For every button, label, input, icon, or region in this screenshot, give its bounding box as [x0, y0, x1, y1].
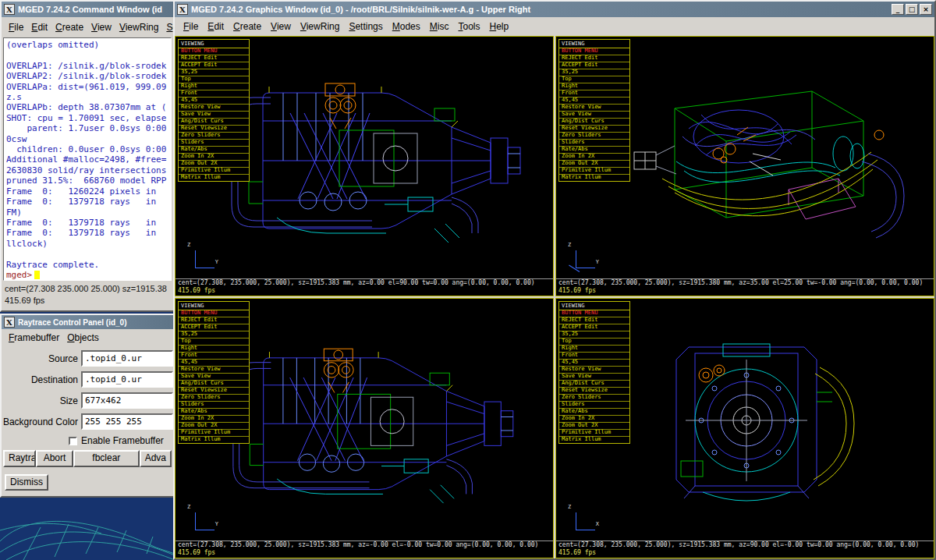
terminal-line: pruned 31.5%: 668760 model RPP	[6, 175, 168, 186]
window-controls: _ □ ×	[892, 4, 932, 15]
menubar-item[interactable]: Tools	[454, 20, 484, 33]
command-window-title: MGED 7.24.2 Command Window (id	[18, 5, 171, 14]
raytrace-panel-body: Source.topid_0.urDestination.topid_0.urS…	[2, 346, 173, 491]
menubar-item[interactable]: Se	[162, 21, 173, 34]
x11-icon: X	[4, 317, 15, 328]
terminal-line: Frame 0: 1260224 pixels in	[6, 186, 168, 197]
field-input[interactable]: .topid_0.ur	[81, 350, 173, 367]
viewport-canvas[interactable]: VIEWING BUTTON MENU REJECT EditACCEPT Ed…	[176, 299, 553, 541]
field-row: Size677x462	[2, 390, 173, 411]
menubar-item[interactable]: View	[87, 21, 115, 34]
command-window: X MGED 7.24.2 Command Window (id FileEdi…	[0, 0, 175, 312]
viewport-lower-left: VIEWING BUTTON MENU REJECT EditACCEPT Ed…	[175, 298, 554, 558]
viewing-menu-item[interactable]: Matrix Illum	[179, 437, 249, 443]
graphics-window: X MGED 7.24.2 Graphics Window (id_0) - /…	[173, 0, 936, 560]
menubar-item[interactable]: ViewRing	[296, 20, 343, 33]
raytrace-control-panel: X Raytrace Control Panel (id_0) Framebuf…	[0, 314, 175, 498]
desktop: X MGED 7.24.2 Command Window (id FileEdi…	[0, 0, 936, 560]
viewing-menu-list: REJECT EditACCEPT Edit35,25TopRightFront…	[559, 317, 629, 443]
status-center-size: cent=(27.308 235.000 25.000) sz=1915.38	[5, 283, 170, 295]
viewport-fps: 415.69 fps	[176, 287, 553, 296]
raytrace-panel-titlebar[interactable]: X Raytrace Control Panel (id_0)	[2, 315, 173, 329]
raytrace-action-button[interactable]: Raytrace	[3, 450, 36, 467]
command-window-titlebar[interactable]: X MGED 7.24.2 Command Window (id	[2, 2, 173, 17]
viewport-fps: 415.69 fps	[556, 287, 934, 296]
minimize-button[interactable]: _	[892, 4, 904, 15]
enable-framebuffer-label: Enable Framebuffer	[81, 435, 164, 446]
viewport-canvas[interactable]: VIEWING BUTTON MENU REJECT EditACCEPT Ed…	[176, 37, 553, 278]
menubar-item[interactable]: File	[179, 20, 202, 33]
raytrace-action-button[interactable]: fbclear	[73, 450, 140, 467]
field-input[interactable]: .topid_0.ur	[81, 371, 173, 388]
viewing-menu-list: REJECT EditACCEPT Edit35,25TopRightFront…	[179, 317, 249, 443]
menubar-item[interactable]: ViewRing	[115, 21, 162, 34]
terminal-line: Additional #malloc=2498, #free=	[6, 154, 168, 165]
viewport-fps: 415.69 fps	[176, 549, 553, 558]
terminal-line: OVERLAP2: /silnik.g/blok-srodek	[6, 71, 168, 81]
menubar-item[interactable]: Modes	[388, 20, 424, 33]
viewport-grid: VIEWING BUTTON MENU REJECT EditACCEPT Ed…	[175, 36, 934, 558]
viewport-status: cent=(27.308, 235.000, 25.000), sz=1915.…	[176, 541, 553, 549]
viewing-menu: VIEWING BUTTON MENU REJECT EditACCEPT Ed…	[558, 39, 630, 182]
viewport-canvas[interactable]: VIEWING BUTTON MENU REJECT EditACCEPT Ed…	[556, 299, 934, 541]
terminal-line: OVERLAPb: depth 38.07307mm at (	[6, 102, 168, 112]
graphics-window-menubar: FileEditCreateViewViewRingSettingsModesM…	[175, 17, 934, 36]
x11-icon: X	[4, 4, 15, 15]
viewing-menu-list: REJECT EditACCEPT Edit35,25TopRightFront…	[559, 55, 629, 181]
menubar-item[interactable]: Framebuffer	[5, 331, 63, 344]
field-row: Source.topid_0.ur	[2, 348, 173, 369]
menubar-item[interactable]: Edit	[204, 20, 228, 33]
viewing-menu-item[interactable]: Matrix Illum	[179, 175, 249, 181]
graphics-window-title: MGED 7.24.2 Graphics Window (id_0) - /ro…	[191, 5, 888, 14]
menubar-item[interactable]: Help	[485, 20, 512, 33]
graphics-window-titlebar[interactable]: X MGED 7.24.2 Graphics Window (id_0) - /…	[175, 2, 934, 17]
field-row: Background Color255 255 255	[2, 411, 173, 432]
terminal-line: Frame 0: 1379718 rays in	[6, 218, 168, 228]
enable-framebuffer-row: Enable Framebuffer	[2, 432, 173, 449]
raytrace-action-button[interactable]: Adva	[140, 450, 172, 467]
field-label: Source	[2, 353, 81, 364]
menubar-item[interactable]: File	[5, 21, 27, 34]
field-row: Destination.topid_0.ur	[2, 369, 173, 390]
field-label: Size	[2, 395, 81, 406]
terminal-prompt-line: mged>	[6, 270, 168, 280]
terminal-line: llclock)	[6, 239, 168, 249]
terminal-line: FM)	[6, 207, 168, 218]
status-fps: 415.69 fps	[5, 295, 170, 307]
menubar-item[interactable]: Objects	[63, 331, 103, 344]
menubar-item[interactable]: Edit	[27, 21, 51, 34]
terminal-output[interactable]: (overlaps omitted)OVERLAP1: /silnik.g/bl…	[3, 37, 172, 281]
viewport-fps: 415.69 fps	[556, 549, 934, 558]
menubar-item[interactable]: Settings	[345, 20, 386, 33]
field-input[interactable]: 677x462	[81, 392, 173, 409]
menubar-item[interactable]: Misc	[426, 20, 453, 33]
terminal-line	[6, 249, 168, 259]
terminal-line: children: 0.0user 0.0sys 0:00	[6, 144, 168, 154]
menubar-item[interactable]: View	[267, 20, 295, 33]
viewing-menu-item[interactable]: Matrix Illum	[559, 437, 629, 443]
viewport-status: cent=(27.308, 235.000, 25.000), sz=1915.…	[556, 278, 934, 287]
menubar-item[interactable]: Create	[51, 21, 87, 34]
dismiss-button[interactable]: Dismiss	[5, 474, 48, 491]
viewport-canvas[interactable]: VIEWING BUTTON MENU REJECT EditACCEPT Ed…	[556, 37, 934, 278]
mged-prompt: mged>	[6, 270, 32, 280]
command-window-statusbar: cent=(27.308 235.000 25.000) sz=1915.38 …	[2, 281, 173, 307]
viewport-lower-right: VIEWING BUTTON MENU REJECT EditACCEPT Ed…	[555, 298, 934, 558]
viewport-upper-right: VIEWING BUTTON MENU REJECT EditACCEPT Ed…	[555, 36, 934, 296]
enable-framebuffer-checkbox[interactable]	[69, 437, 77, 445]
raytrace-panel-title: Raytrace Control Panel (id_0)	[18, 318, 171, 327]
viewport-upper-left: VIEWING BUTTON MENU REJECT EditACCEPT Ed…	[175, 36, 554, 296]
raytrace-action-button[interactable]: Abort	[36, 450, 73, 467]
maximize-button[interactable]: □	[906, 4, 918, 15]
field-label: Destination	[2, 374, 81, 385]
menubar-item[interactable]: Create	[229, 20, 265, 33]
terminal-line: parent: 1.7user 0.0sys 0:00	[6, 123, 168, 133]
x11-icon: X	[177, 4, 188, 15]
close-button[interactable]: ×	[920, 4, 932, 15]
field-input[interactable]: 255 255 255	[81, 413, 173, 430]
viewing-menu-item[interactable]: Matrix Illum	[559, 175, 629, 181]
field-label: Background Color	[2, 416, 81, 427]
viewport-status: cent=(27.308, 235.000, 25.000), sz=1915.…	[556, 541, 934, 549]
terminal-line: OVERLAP1: /silnik.g/blok-srodek	[6, 61, 168, 71]
viewport-status: cent=(27.308, 235.000, 25.000), sz=1915.…	[176, 278, 553, 287]
